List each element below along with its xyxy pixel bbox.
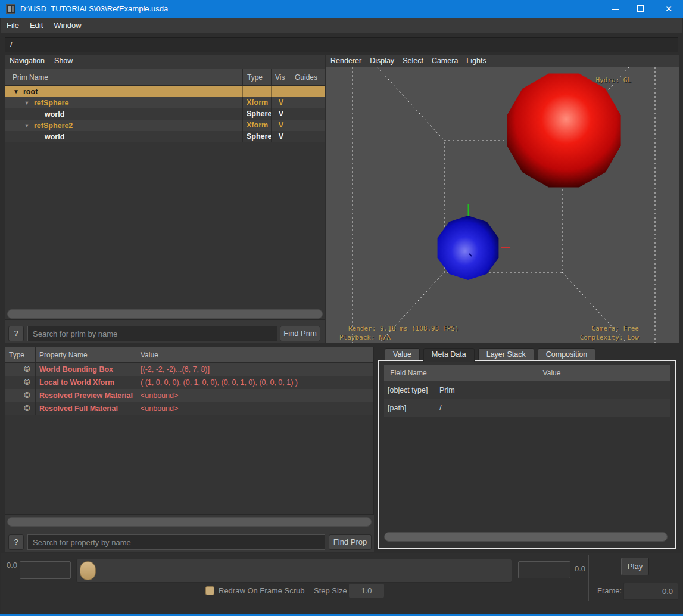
metadata-row--path-[interactable]: [path]/: [384, 399, 670, 417]
computed-property-icon: ©: [5, 363, 35, 376]
prim-guides-cell: [291, 108, 325, 120]
expand-triangle-icon[interactable]: ▼: [11, 88, 21, 95]
column-header-prop-name: Property Name: [35, 347, 133, 362]
prim-tree-hscrollbar[interactable]: [7, 309, 323, 319]
tree-row-refsphere[interactable]: ▼refSphereXformV: [5, 97, 325, 108]
property-value: ( (1, 0, 0, 0), (0, 1, 0, 0), (0, 0, 1, …: [133, 376, 373, 389]
find-prop-button[interactable]: Find Prop: [329, 534, 372, 550]
prim-tree: Prim Name Type Vis Guides ▼root▼refSpher…: [5, 69, 325, 320]
prim-guides-cell: [291, 120, 325, 131]
viewport-render: [326, 67, 679, 343]
expand-triangle-icon[interactable]: ▼: [22, 100, 32, 106]
hud-playback: Playback: N/A: [339, 334, 391, 341]
prim-menu-navigation[interactable]: Navigation: [5, 55, 49, 67]
frame-slider-handle[interactable]: [80, 561, 96, 580]
viewport-menu-display[interactable]: Display: [366, 55, 398, 67]
prim-type-cell: [242, 86, 271, 97]
frame-slider[interactable]: [76, 559, 512, 583]
timeline-end-input[interactable]: [518, 561, 570, 578]
column-header-vis: Vis: [271, 69, 291, 85]
prim-vis-cell[interactable]: [271, 86, 291, 97]
field-name: [object type]: [384, 381, 433, 399]
hud-camera: Camera: Free: [592, 325, 639, 332]
property-row-resolved-full-material[interactable]: ©Resolved Full Material<unbound>: [5, 402, 373, 415]
inspector-panel: ValueMeta DataLayer StackComposition Fie…: [378, 347, 679, 552]
column-header-prop-value: Value: [133, 347, 373, 362]
timeline-end-label: 0.0: [575, 564, 585, 573]
tab-value[interactable]: Value: [385, 348, 420, 360]
computed-property-icon: ©: [5, 402, 35, 415]
property-value: <unbound>: [133, 402, 373, 415]
prim-vis-cell[interactable]: V: [271, 97, 291, 108]
property-table-hscrollbar[interactable]: [7, 517, 372, 527]
prim-guides-cell: [291, 97, 325, 108]
prim-vis-cell[interactable]: V: [271, 120, 291, 131]
property-value: <unbound>: [133, 389, 373, 402]
property-search-help-button[interactable]: ?: [8, 534, 24, 550]
tab-composition[interactable]: Composition: [538, 348, 595, 360]
menu-window[interactable]: Window: [48, 18, 86, 33]
prim-name-label: world: [45, 110, 64, 119]
property-row-world-bounding-box[interactable]: ©World Bounding Box[(-2, -2, -2)...(6, 7…: [5, 363, 373, 376]
step-size-input[interactable]: 1.0: [349, 584, 384, 598]
tree-row-world[interactable]: worldSphereV: [5, 108, 325, 120]
close-button[interactable]: ✕: [655, 0, 682, 18]
property-search-input[interactable]: [27, 534, 325, 550]
prim-menu-show[interactable]: Show: [49, 55, 77, 67]
prim-type-cell: Sphere: [242, 108, 271, 120]
column-header-prop-type: Type: [5, 347, 35, 362]
timeline-start-input[interactable]: [20, 561, 71, 579]
timeline-bar: 0.0 0.0 Play Frame: 0.0 Redraw On Frame …: [1, 553, 682, 614]
metadata-row--object-type-[interactable]: [object type]Prim: [384, 381, 670, 399]
metadata-hscrollbar[interactable]: [384, 532, 668, 542]
viewport-menu-lights[interactable]: Lights: [462, 55, 490, 67]
prim-name-label: refSphere2: [34, 122, 73, 130]
find-prim-button[interactable]: Find Prim: [280, 326, 320, 341]
column-header-field-value: Value: [433, 365, 670, 381]
property-table: Type Property Name Value ©World Bounding…: [5, 347, 374, 515]
property-row-resolved-preview-material[interactable]: ©Resolved Preview Material<unbound>: [5, 389, 373, 402]
computed-property-icon: ©: [5, 389, 35, 402]
prim-browser-menubar: NavigationShow: [5, 55, 325, 67]
property-name: Resolved Full Material: [35, 402, 133, 415]
property-row-local-to-world-xform[interactable]: ©Local to World Xform( (1, 0, 0, 0), (0,…: [5, 376, 373, 389]
column-header-prim-name: Prim Name: [5, 69, 242, 85]
viewport-menu-select[interactable]: Select: [398, 55, 428, 67]
red-sphere[interactable]: [507, 73, 620, 187]
viewport-menu-camera[interactable]: Camera: [428, 55, 462, 67]
expand-triangle-icon[interactable]: ▼: [22, 123, 32, 129]
blue-sphere[interactable]: [438, 216, 499, 280]
tree-row-world[interactable]: worldSphereV: [5, 131, 325, 142]
window-title: D:\USD_TUTORIALS\03\RefExample.usda: [20, 0, 168, 18]
tree-row-refsphere2[interactable]: ▼refSphere2XformV: [5, 120, 325, 131]
timeline-divider: [588, 555, 589, 601]
menu-file[interactable]: File: [1, 18, 24, 33]
play-button[interactable]: Play: [621, 558, 649, 575]
minimize-button[interactable]: [601, 0, 629, 18]
tree-row-root-selected[interactable]: ▼root: [5, 86, 325, 97]
tab-layer-stack[interactable]: Layer Stack: [478, 348, 534, 360]
prim-path-field[interactable]: /: [5, 37, 678, 52]
computed-property-icon: ©: [5, 376, 35, 389]
prim-search-input[interactable]: [27, 326, 277, 341]
prim-search-help-button[interactable]: ?: [8, 326, 24, 341]
inspector-pane: Field Name Value [object type]Prim[path]…: [378, 360, 676, 549]
maximize-button[interactable]: [627, 0, 654, 18]
redraw-label: Redraw On Frame Scrub: [219, 586, 305, 595]
viewport-menu-renderer[interactable]: Renderer: [326, 55, 366, 67]
prim-name-label: root: [23, 88, 38, 96]
viewport-canvas[interactable]: Hydra: GL Render: 9.18 ms (108.93 FPS) P…: [326, 67, 679, 343]
frame-input[interactable]: 0.0: [623, 583, 678, 600]
titlebar: D:\USD_TUTORIALS\03\RefExample.usda ✕: [0, 0, 683, 18]
viewport-menubar: RendererDisplaySelectCameraLights: [326, 55, 679, 67]
app-icon: [6, 4, 15, 14]
prim-vis-cell[interactable]: V: [271, 108, 291, 120]
prim-name-label: world: [45, 133, 64, 141]
prim-vis-cell[interactable]: V: [271, 131, 291, 142]
hud-render-time: Render: 9.18 ms (108.93 FPS): [348, 325, 459, 332]
hud-complexity: Complexity: Low: [580, 334, 639, 341]
redraw-checkbox[interactable]: [205, 586, 214, 595]
menu-edit[interactable]: Edit: [24, 18, 48, 33]
tab-meta-data[interactable]: Meta Data: [423, 348, 475, 362]
metadata-table: Field Name Value [object type]Prim[path]…: [384, 365, 670, 417]
